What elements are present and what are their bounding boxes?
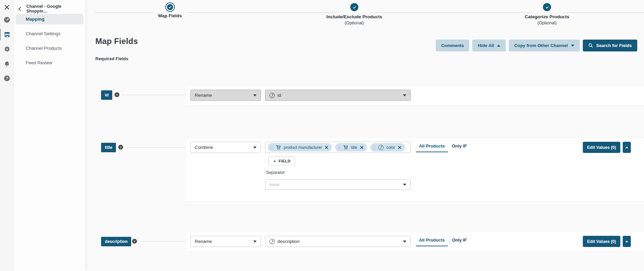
drag-handle-icon xyxy=(338,145,340,150)
collapse-button[interactable] xyxy=(623,142,631,153)
tab-all-products[interactable]: All Products xyxy=(416,238,448,246)
cart-icon xyxy=(276,145,281,150)
search-for-fields-button[interactable]: Search for Fields xyxy=(583,40,637,51)
drag-handle-icon xyxy=(373,145,376,150)
close-icon[interactable] xyxy=(0,2,14,12)
sidebar-item-channel-products[interactable]: Channel Products xyxy=(16,43,84,53)
connector-line xyxy=(122,95,186,95)
function-icon: ƒ xyxy=(269,93,275,98)
close-icon[interactable] xyxy=(325,146,328,149)
chevron-down-icon xyxy=(403,184,406,186)
drag-handle-icon xyxy=(270,145,273,150)
dashboard-icon[interactable] xyxy=(0,15,14,25)
add-field-button[interactable]: + FIELD xyxy=(268,156,295,165)
help-icon[interactable]: ? xyxy=(0,73,14,83)
chevron-down-icon xyxy=(253,241,257,243)
value-select-id[interactable]: ƒ id xyxy=(265,90,411,101)
chevron-down-icon xyxy=(253,146,257,149)
field-badge-description: description xyxy=(101,237,131,246)
field-badge-title: title xyxy=(101,143,116,152)
check-circle-icon xyxy=(543,3,551,11)
action-select-id[interactable]: Rename xyxy=(190,90,261,101)
sidebar-item-mapping[interactable]: Mapping xyxy=(16,14,84,24)
tab-all-products[interactable]: All Products xyxy=(416,143,448,152)
function-icon: ƒ xyxy=(378,145,384,150)
chevron-up-icon xyxy=(497,45,500,47)
icon-rail: ? xyxy=(0,0,14,271)
action-select-description[interactable]: Rename xyxy=(190,236,261,247)
step-include-exclude[interactable]: Include/Exclude Products (Optional) xyxy=(304,0,405,25)
check-circle-icon xyxy=(350,3,358,11)
toolbar: Comments Hide All Copy from Other Channe… xyxy=(436,40,637,51)
settings-icon[interactable] xyxy=(0,44,14,54)
step-sublabel: (Optional) xyxy=(496,20,598,25)
sidebar: Channel - Google Shoppin... Mapping Chan… xyxy=(14,0,85,271)
required-fields-label: Required Fields xyxy=(95,56,128,61)
chip-title[interactable]: title xyxy=(335,143,367,152)
connector-line xyxy=(139,241,186,242)
hide-all-button[interactable]: Hide All xyxy=(472,40,506,51)
step-label: Categorize Products xyxy=(496,14,598,19)
help-icon[interactable]: ? xyxy=(132,239,137,244)
sidebar-item-channel-settings[interactable]: Channel Settings xyxy=(16,28,84,39)
separator-label: Separator: xyxy=(266,170,286,175)
chevron-down-icon xyxy=(403,94,406,96)
check-circle-icon xyxy=(167,4,173,10)
action-select-title[interactable]: Combine xyxy=(190,142,261,153)
chip-color[interactable]: ƒ color xyxy=(370,143,405,152)
page-title: Map Fields xyxy=(95,37,138,46)
step-label: Map Fields xyxy=(119,13,221,18)
help-icon[interactable]: ? xyxy=(115,92,119,97)
close-icon[interactable] xyxy=(398,146,401,149)
function-icon: ƒ xyxy=(269,239,275,244)
edit-values-button[interactable]: Edit Values (0) xyxy=(583,236,620,247)
cart-icon xyxy=(343,145,348,150)
step-label: Include/Exclude Products xyxy=(304,14,405,19)
tab-only-if[interactable]: Only IF xyxy=(452,143,467,152)
store-icon[interactable] xyxy=(0,29,14,40)
step-map-fields[interactable]: Map Fields xyxy=(119,0,221,18)
close-icon[interactable] xyxy=(360,146,363,149)
field-badge-id: id xyxy=(101,90,112,100)
connector-line xyxy=(125,147,186,148)
combine-fields-box: product manufacturer title ƒ color xyxy=(265,142,411,153)
separator-select[interactable]: none xyxy=(265,179,411,190)
chevron-down-icon xyxy=(571,45,574,47)
value-select-description[interactable]: ƒ description xyxy=(265,236,411,247)
help-icon[interactable]: ? xyxy=(118,145,123,150)
sidebar-item-feed-review[interactable]: Feed Review xyxy=(16,58,84,68)
copy-from-other-channel-button[interactable]: Copy from Other Channel xyxy=(509,40,579,51)
back-chevron-icon[interactable] xyxy=(18,6,22,12)
chevron-up-icon xyxy=(625,146,628,148)
notifications-icon[interactable] xyxy=(0,59,14,69)
edit-values-button[interactable]: Edit Values (0) xyxy=(583,142,620,153)
chevron-down-icon xyxy=(403,241,406,243)
channel-title: Channel - Google Shoppin... xyxy=(26,4,82,14)
collapse-button[interactable] xyxy=(623,236,631,247)
chevron-up-icon xyxy=(625,241,628,242)
search-icon xyxy=(588,43,593,48)
step-categorize[interactable]: Categorize Products (Optional) xyxy=(496,0,598,25)
plus-icon: + xyxy=(273,158,276,164)
comments-button[interactable]: Comments xyxy=(436,40,469,51)
tab-only-if[interactable]: Only IF xyxy=(452,238,467,246)
chevron-down-icon xyxy=(253,94,257,96)
main-content: Map Fields Include/Exclude Products (Opt… xyxy=(85,0,644,271)
step-sublabel: (Optional) xyxy=(304,20,405,25)
chip-product-manufacturer[interactable]: product manufacturer xyxy=(268,143,332,152)
